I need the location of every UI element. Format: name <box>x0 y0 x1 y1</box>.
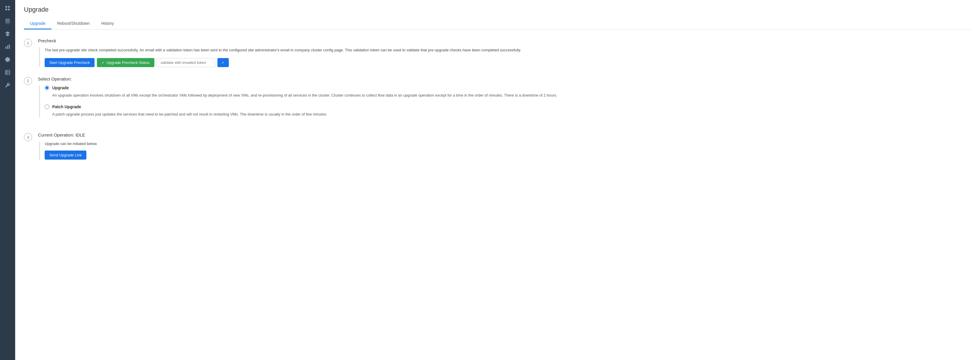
table-icon[interactable] <box>2 67 13 78</box>
step-1: 1 Precheck The last pre-upgrade site che… <box>24 38 971 67</box>
step-1-content: Precheck The last pre-upgrade site check… <box>38 38 971 67</box>
checkmark-icon: ✓ <box>102 60 105 65</box>
patch-upgrade-option: Patch Upgrade A patch upgrade process ju… <box>45 105 971 117</box>
step-3-body: Upgrade can be initiated below. Send Upg… <box>39 141 971 160</box>
step-2-number: 2 <box>24 77 32 85</box>
step-3-content: Current Operation: IDLE Upgrade can be i… <box>38 132 971 160</box>
svg-rect-12 <box>6 70 10 75</box>
svg-rect-0 <box>6 6 7 8</box>
step-3: 3 Current Operation: IDLE Upgrade can be… <box>24 132 971 160</box>
settings-icon[interactable] <box>2 54 13 65</box>
tabs-container: Upgrade Reboot/Shutdown History <box>24 18 971 30</box>
svg-rect-9 <box>7 46 8 49</box>
precheck-actions: Start Upgrade Precheck ✓ Upgrade Prechec… <box>45 58 971 67</box>
upgrade-radio-label[interactable]: Upgrade <box>45 86 971 90</box>
upgrade-radio[interactable] <box>45 86 49 90</box>
start-precheck-button[interactable]: Start Upgrade Precheck <box>45 58 95 67</box>
tab-upgrade[interactable]: Upgrade <box>24 18 51 30</box>
main-content: Upgrade Upgrade Reboot/Shutdown History … <box>15 0 980 360</box>
layers-icon[interactable] <box>2 28 13 40</box>
step-3-number: 3 <box>24 133 32 141</box>
svg-rect-8 <box>6 47 6 49</box>
patch-description: A patch upgrade process just updates the… <box>52 111 971 117</box>
svg-rect-7 <box>6 23 10 24</box>
tools-icon[interactable] <box>2 79 13 91</box>
step-1-title: Precheck <box>38 38 971 43</box>
step-2-title: Select Operation: <box>38 76 971 81</box>
sidebar <box>0 0 15 360</box>
token-input[interactable] <box>157 58 215 67</box>
current-op-text: Upgrade can be initiated below. <box>45 141 971 146</box>
patch-radio[interactable] <box>45 105 49 109</box>
svg-rect-1 <box>8 6 10 8</box>
tab-history[interactable]: History <box>95 18 120 30</box>
svg-rect-2 <box>6 9 7 11</box>
dashboard-icon[interactable] <box>2 2 13 14</box>
svg-rect-10 <box>9 44 10 49</box>
step-1-number: 1 <box>24 39 32 47</box>
patch-option-title: Patch Upgrade <box>52 105 81 109</box>
svg-rect-3 <box>8 9 10 11</box>
step-2: 2 Select Operation: Upgrade An upgrade o… <box>24 76 971 124</box>
patch-radio-label[interactable]: Patch Upgrade <box>45 105 971 109</box>
svg-rect-5 <box>6 21 10 21</box>
step-2-body: Upgrade An upgrade operation involves sh… <box>39 86 971 117</box>
grid-icon[interactable] <box>2 15 13 27</box>
tab-reboot-shutdown[interactable]: Reboot/Shutdown <box>51 18 95 30</box>
svg-rect-4 <box>6 19 10 20</box>
precheck-status-button[interactable]: ✓ Upgrade Precheck Status <box>97 58 154 67</box>
analytics-icon[interactable] <box>2 41 13 52</box>
confirm-checkmark-icon: ✓ <box>221 60 225 65</box>
step-2-content: Select Operation: Upgrade An upgrade ope… <box>38 76 971 124</box>
page-title: Upgrade <box>24 6 971 13</box>
upgrade-option-title: Upgrade <box>52 86 69 90</box>
svg-rect-6 <box>6 22 10 23</box>
precheck-message: The last pre-upgrade site check complete… <box>45 47 971 53</box>
upgrade-description: An upgrade operation involves shutdown o… <box>52 92 971 98</box>
upgrade-option: Upgrade An upgrade operation involves sh… <box>45 86 971 98</box>
step-1-body: The last pre-upgrade site check complete… <box>39 47 971 67</box>
send-upgrade-link-button[interactable]: Send Upgrade Link <box>45 151 86 160</box>
token-confirm-button[interactable]: ✓ <box>218 58 229 67</box>
step-3-title: Current Operation: IDLE <box>38 132 971 137</box>
